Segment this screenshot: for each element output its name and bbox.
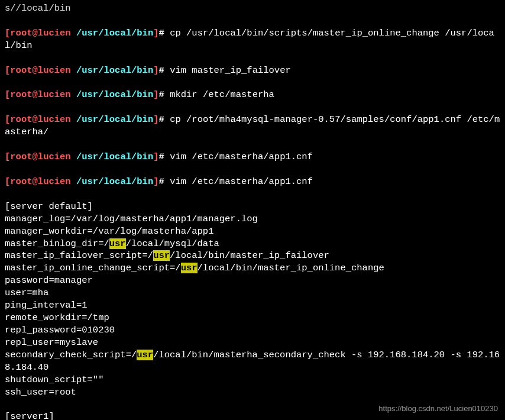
bracket-close: ] xyxy=(153,28,158,38)
highlight-usr: usr xyxy=(109,238,126,249)
cfg-ping-interval: ping_interval=1 xyxy=(5,299,500,312)
cut-previous-line: s//local/bin xyxy=(5,2,500,15)
prompt-host: lucien xyxy=(38,28,71,38)
prompt-space xyxy=(71,28,76,38)
prompt-cwd: /usr/local/bin xyxy=(76,28,153,38)
cfg-remote-workdir: remote_workdir=/tmp xyxy=(5,312,500,324)
highlight-usr: usr xyxy=(153,250,170,261)
shell-line-5: [root@lucien /usr/local/bin]# vim /etc/m… xyxy=(5,138,500,163)
cfg-binlog-dir: master_binlog_dir=/usr/local/mysql/data xyxy=(5,238,500,250)
shell-line-4: [root@lucien /usr/local/bin]# cp /root/m… xyxy=(5,101,500,138)
cfg-repl-password: repl_password=010230 xyxy=(5,324,500,337)
prompt-user: root xyxy=(10,28,32,38)
shell-line-6: [root@lucien /usr/local/bin]# vim /etc/m… xyxy=(5,163,500,188)
prompt-at: @ xyxy=(33,28,38,38)
shell-line-2: [root@lucien /usr/local/bin]# vim master… xyxy=(5,52,500,77)
shell-line-1: [root@lucien /usr/local/bin]# cp /usr/lo… xyxy=(5,15,500,52)
cfg-section-default: [server default] xyxy=(5,201,500,213)
cfg-repl-user: repl_user=myslave xyxy=(5,337,500,349)
command-5: vim /etc/masterha/app1.cnf xyxy=(170,151,313,162)
cfg-manager-workdir: manager_workdir=/var/log/masterha/app1 xyxy=(5,225,500,238)
watermark: https://blog.csdn.net/Lucien010230 xyxy=(378,403,498,414)
cfg-ssh-user: ssh_user=root xyxy=(5,386,500,399)
blank-line xyxy=(5,188,500,201)
highlight-usr: usr xyxy=(181,263,198,273)
cfg-failover-script: master_ip_failover_script=/usr/local/bin… xyxy=(5,250,500,262)
command-3: mkdir /etc/masterha xyxy=(170,89,274,100)
cfg-password: password=manager xyxy=(5,274,500,287)
cfg-shutdown-script: shutdown_script="" xyxy=(5,374,500,386)
cfg-online-change-script: master_ip_online_change_script=/usr/loca… xyxy=(5,262,500,274)
shell-line-3: [root@lucien /usr/local/bin]# mkdir /etc… xyxy=(5,77,500,102)
command-2: vim master_ip_failover xyxy=(170,65,291,76)
cfg-manager-log: manager_log=/var/log/masterha/app1/manag… xyxy=(5,213,500,225)
command-6: vim /etc/masterha/app1.cnf xyxy=(170,176,313,187)
cfg-secondary-check: secondary_check_script=/usr/local/bin/ma… xyxy=(5,349,500,374)
bracket-open: [ xyxy=(5,28,10,38)
highlight-usr: usr xyxy=(137,350,153,360)
cfg-user: user=mha xyxy=(5,287,500,299)
prompt-hash: # xyxy=(159,28,170,38)
